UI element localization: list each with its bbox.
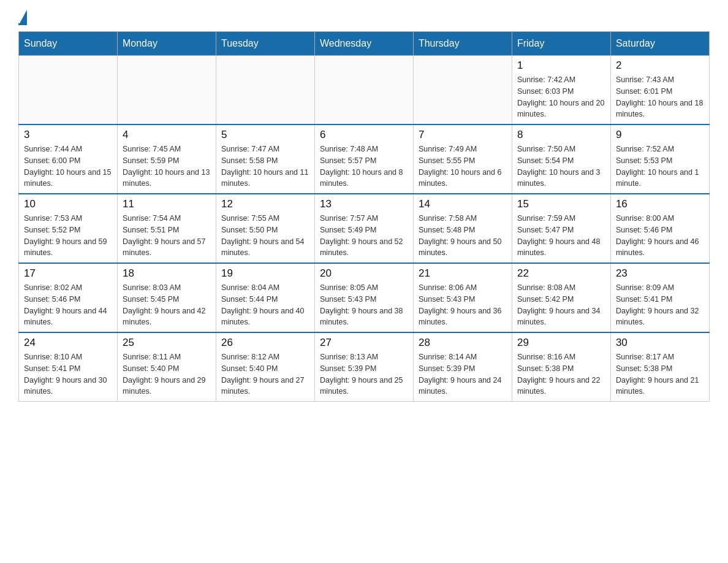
calendar-cell (216, 56, 314, 125)
calendar-cell (117, 56, 216, 125)
day-number: 6 (320, 129, 408, 141)
day-number: 30 (616, 337, 704, 349)
calendar-cell: 26Sunrise: 8:12 AMSunset: 5:40 PMDayligh… (216, 332, 314, 402)
calendar-cell (19, 56, 118, 125)
day-number: 12 (221, 198, 309, 210)
calendar-header-monday: Monday (117, 32, 216, 56)
day-info: Sunrise: 7:49 AMSunset: 5:55 PMDaylight:… (419, 144, 507, 190)
calendar-cell: 20Sunrise: 8:05 AMSunset: 5:43 PMDayligh… (314, 263, 413, 332)
day-info: Sunrise: 7:58 AMSunset: 5:48 PMDaylight:… (419, 213, 507, 259)
day-info: Sunrise: 7:52 AMSunset: 5:53 PMDaylight:… (616, 144, 704, 190)
calendar-cell: 27Sunrise: 8:13 AMSunset: 5:39 PMDayligh… (314, 332, 413, 402)
calendar-cell: 13Sunrise: 7:57 AMSunset: 5:49 PMDayligh… (314, 194, 413, 263)
calendar-cell: 16Sunrise: 8:00 AMSunset: 5:46 PMDayligh… (610, 194, 709, 263)
day-info: Sunrise: 8:10 AMSunset: 5:41 PMDaylight:… (24, 351, 112, 397)
calendar-cell: 8Sunrise: 7:50 AMSunset: 5:54 PMDaylight… (512, 124, 610, 194)
calendar-cell: 3Sunrise: 7:44 AMSunset: 6:00 PMDaylight… (19, 124, 118, 194)
day-info: Sunrise: 7:42 AMSunset: 6:03 PMDaylight:… (517, 74, 605, 120)
day-info: Sunrise: 7:59 AMSunset: 5:47 PMDaylight:… (517, 213, 605, 259)
day-number: 8 (517, 129, 605, 141)
calendar-cell: 2Sunrise: 7:43 AMSunset: 6:01 PMDaylight… (610, 56, 709, 125)
day-number: 4 (123, 129, 211, 141)
day-info: Sunrise: 8:14 AMSunset: 5:39 PMDaylight:… (419, 351, 507, 397)
calendar-header-tuesday: Tuesday (216, 32, 314, 56)
day-number: 23 (616, 267, 704, 280)
calendar-cell: 9Sunrise: 7:52 AMSunset: 5:53 PMDaylight… (610, 124, 709, 194)
calendar-cell: 12Sunrise: 7:55 AMSunset: 5:50 PMDayligh… (216, 194, 314, 263)
calendar-header-thursday: Thursday (413, 32, 512, 56)
day-number: 15 (517, 198, 605, 210)
calendar-week-row: 3Sunrise: 7:44 AMSunset: 6:00 PMDaylight… (19, 124, 710, 194)
day-info: Sunrise: 8:08 AMSunset: 5:42 PMDaylight:… (517, 282, 605, 328)
calendar-header-sunday: Sunday (19, 32, 118, 56)
day-info: Sunrise: 8:12 AMSunset: 5:40 PMDaylight:… (221, 351, 309, 397)
calendar-cell: 6Sunrise: 7:48 AMSunset: 5:57 PMDaylight… (314, 124, 413, 194)
day-number: 16 (616, 198, 704, 210)
calendar-header-saturday: Saturday (610, 32, 709, 56)
day-number: 3 (24, 129, 112, 141)
calendar-cell: 7Sunrise: 7:49 AMSunset: 5:55 PMDaylight… (413, 124, 512, 194)
day-info: Sunrise: 8:17 AMSunset: 5:38 PMDaylight:… (616, 351, 704, 397)
calendar-cell: 30Sunrise: 8:17 AMSunset: 5:38 PMDayligh… (610, 332, 709, 402)
day-info: Sunrise: 8:09 AMSunset: 5:41 PMDaylight:… (616, 282, 704, 328)
day-info: Sunrise: 7:50 AMSunset: 5:54 PMDaylight:… (517, 144, 605, 190)
calendar-cell: 22Sunrise: 8:08 AMSunset: 5:42 PMDayligh… (512, 263, 610, 332)
day-number: 25 (123, 337, 211, 349)
page-header (18, 12, 710, 25)
calendar-cell: 15Sunrise: 7:59 AMSunset: 5:47 PMDayligh… (512, 194, 610, 263)
calendar-week-row: 1Sunrise: 7:42 AMSunset: 6:03 PMDaylight… (19, 56, 710, 125)
day-number: 21 (419, 267, 507, 280)
day-info: Sunrise: 8:13 AMSunset: 5:39 PMDaylight:… (320, 351, 408, 397)
day-info: Sunrise: 7:47 AMSunset: 5:58 PMDaylight:… (221, 144, 309, 190)
calendar-cell (413, 56, 512, 125)
day-number: 28 (419, 337, 507, 349)
calendar-week-row: 17Sunrise: 8:02 AMSunset: 5:46 PMDayligh… (19, 263, 710, 332)
day-info: Sunrise: 7:57 AMSunset: 5:49 PMDaylight:… (320, 213, 408, 259)
calendar-table: SundayMondayTuesdayWednesdayThursdayFrid… (18, 31, 710, 402)
calendar-cell: 23Sunrise: 8:09 AMSunset: 5:41 PMDayligh… (610, 263, 709, 332)
calendar-cell: 19Sunrise: 8:04 AMSunset: 5:44 PMDayligh… (216, 263, 314, 332)
day-number: 20 (320, 267, 408, 280)
day-info: Sunrise: 7:54 AMSunset: 5:51 PMDaylight:… (123, 213, 211, 259)
day-info: Sunrise: 7:44 AMSunset: 6:00 PMDaylight:… (24, 144, 112, 190)
day-number: 1 (517, 59, 605, 72)
day-info: Sunrise: 7:43 AMSunset: 6:01 PMDaylight:… (616, 74, 704, 120)
day-number: 2 (616, 59, 704, 72)
calendar-cell (314, 56, 413, 125)
calendar-cell: 28Sunrise: 8:14 AMSunset: 5:39 PMDayligh… (413, 332, 512, 402)
day-number: 7 (419, 129, 507, 141)
calendar-cell: 14Sunrise: 7:58 AMSunset: 5:48 PMDayligh… (413, 194, 512, 263)
day-number: 18 (123, 267, 211, 280)
calendar-header-friday: Friday (512, 32, 610, 56)
day-info: Sunrise: 8:11 AMSunset: 5:40 PMDaylight:… (123, 351, 211, 397)
calendar-week-row: 10Sunrise: 7:53 AMSunset: 5:52 PMDayligh… (19, 194, 710, 263)
calendar-cell: 18Sunrise: 8:03 AMSunset: 5:45 PMDayligh… (117, 263, 216, 332)
logo-underline (18, 23, 27, 25)
day-number: 29 (517, 337, 605, 349)
calendar-cell: 4Sunrise: 7:45 AMSunset: 5:59 PMDaylight… (117, 124, 216, 194)
logo (18, 12, 27, 25)
day-number: 5 (221, 129, 309, 141)
day-info: Sunrise: 8:06 AMSunset: 5:43 PMDaylight:… (419, 282, 507, 328)
day-number: 14 (419, 198, 507, 210)
calendar-week-row: 24Sunrise: 8:10 AMSunset: 5:41 PMDayligh… (19, 332, 710, 402)
calendar-cell: 24Sunrise: 8:10 AMSunset: 5:41 PMDayligh… (19, 332, 118, 402)
day-number: 10 (24, 198, 112, 210)
calendar-cell: 11Sunrise: 7:54 AMSunset: 5:51 PMDayligh… (117, 194, 216, 263)
day-number: 19 (221, 267, 309, 280)
day-info: Sunrise: 8:03 AMSunset: 5:45 PMDaylight:… (123, 282, 211, 328)
day-info: Sunrise: 8:00 AMSunset: 5:46 PMDaylight:… (616, 213, 704, 259)
day-info: Sunrise: 7:48 AMSunset: 5:57 PMDaylight:… (320, 144, 408, 190)
day-info: Sunrise: 8:16 AMSunset: 5:38 PMDaylight:… (517, 351, 605, 397)
calendar-cell: 25Sunrise: 8:11 AMSunset: 5:40 PMDayligh… (117, 332, 216, 402)
day-number: 24 (24, 337, 112, 349)
calendar-cell: 10Sunrise: 7:53 AMSunset: 5:52 PMDayligh… (19, 194, 118, 263)
day-info: Sunrise: 7:53 AMSunset: 5:52 PMDaylight:… (24, 213, 112, 259)
day-number: 26 (221, 337, 309, 349)
logo-triangle-icon (20, 10, 27, 23)
day-info: Sunrise: 8:04 AMSunset: 5:44 PMDaylight:… (221, 282, 309, 328)
calendar-cell: 17Sunrise: 8:02 AMSunset: 5:46 PMDayligh… (19, 263, 118, 332)
day-info: Sunrise: 8:05 AMSunset: 5:43 PMDaylight:… (320, 282, 408, 328)
calendar-header-wednesday: Wednesday (314, 32, 413, 56)
day-number: 11 (123, 198, 211, 210)
